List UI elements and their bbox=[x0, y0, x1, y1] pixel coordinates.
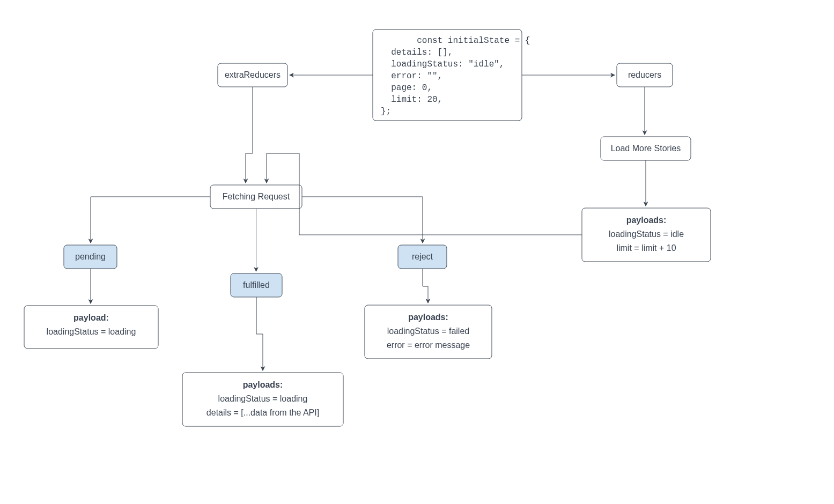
edge-fetching-to-reject bbox=[302, 197, 423, 243]
svg-text:loadingStatus = failed: loadingStatus = failed bbox=[387, 327, 469, 336]
node-reducers: reducers bbox=[617, 63, 673, 87]
svg-text:loadingStatus  = idle: loadingStatus = idle bbox=[609, 229, 684, 239]
edge-fetching-to-pending bbox=[91, 197, 210, 243]
edge-payload-loadmore-to-fetching bbox=[267, 153, 582, 235]
node-fetching-request: Fetching Request bbox=[210, 185, 302, 209]
edge-reject-to-payload bbox=[423, 269, 428, 303]
svg-text:payloads:: payloads: bbox=[408, 313, 448, 322]
node-payload-pending: payload: loadingStatus = loading bbox=[24, 306, 158, 349]
svg-text:fulfilled: fulfilled bbox=[243, 280, 270, 290]
svg-text:payloads:: payloads: bbox=[626, 216, 667, 225]
svg-text:};: }; bbox=[381, 107, 391, 116]
node-fulfilled: fulfilled bbox=[231, 273, 282, 297]
edge-extra-to-fetching bbox=[246, 87, 253, 183]
svg-text:page: 0,: page: 0, bbox=[381, 83, 432, 93]
node-payload-load-more: payloads: loadingStatus = idle limit = l… bbox=[582, 208, 711, 262]
svg-text:reject: reject bbox=[412, 252, 433, 261]
node-payload-reject: payloads: loadingStatus = failed error =… bbox=[365, 305, 492, 359]
svg-text:const initialState = {: const initialState = { bbox=[381, 36, 556, 46]
svg-text:details: [],: details: [], bbox=[381, 48, 453, 57]
svg-text:limit = limit + 10: limit = limit + 10 bbox=[616, 243, 676, 253]
svg-text:error = error message: error = error message bbox=[387, 340, 470, 350]
svg-text:pending: pending bbox=[75, 252, 106, 261]
svg-text:loadingStatus: "idle",: loadingStatus: "idle", bbox=[381, 60, 504, 69]
svg-text:extraReducers: extraReducers bbox=[225, 70, 281, 79]
svg-text:payload:: payload: bbox=[73, 313, 109, 322]
edge-fulfilled-to-payload bbox=[256, 297, 263, 370]
svg-text:limit: 20,: limit: 20, bbox=[381, 95, 442, 105]
flow-diagram: const initialState = { details: [], load… bbox=[0, 0, 834, 504]
node-reject: reject bbox=[398, 245, 447, 269]
svg-text:reducers: reducers bbox=[628, 70, 661, 79]
svg-text:Load More Stories: Load More Stories bbox=[611, 144, 681, 153]
node-pending: pending bbox=[64, 245, 117, 269]
node-extra-reducers: extraReducers bbox=[218, 63, 287, 87]
node-load-more: Load More Stories bbox=[601, 137, 691, 160]
svg-text:details = [...data from the AP: details = [...data from the API] bbox=[206, 408, 319, 417]
svg-text:payloads:: payloads: bbox=[243, 380, 283, 389]
svg-text:Fetching Request: Fetching Request bbox=[223, 192, 290, 201]
svg-text:loadingStatus = loading: loadingStatus = loading bbox=[218, 394, 308, 403]
node-payload-fulfilled: payloads: loadingStatus = loading detail… bbox=[182, 373, 343, 426]
svg-text:error: "",: error: "", bbox=[381, 71, 442, 81]
svg-text:loadingStatus = loading: loadingStatus = loading bbox=[47, 327, 136, 336]
